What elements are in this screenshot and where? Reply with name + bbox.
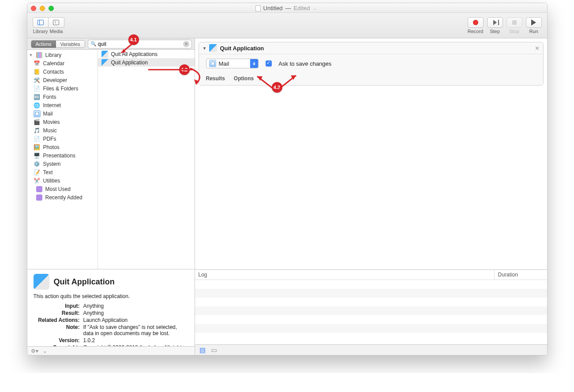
media-icon [53,20,59,25]
library-root[interactable]: ▼ Library [27,51,98,59]
library-tree[interactable]: ▼ Library 📅Calendar 📒Contacts 🛠️Develope… [27,50,98,269]
options-tab[interactable]: Options [234,75,254,82]
search-input[interactable] [88,40,192,49]
presentations-icon: 🖥️ [34,152,41,159]
meta-key: Note: [34,324,80,336]
mail-icon [34,110,41,117]
edited-label: Edited [294,5,310,11]
action-info-panel: Quit Application This action quits the s… [27,269,195,346]
meta-value: Anything [83,310,188,316]
developer-icon: 🛠️ [34,77,41,84]
meta-value: Launch Application [83,317,188,323]
close-window-button[interactable] [31,6,36,11]
step-label: Step [490,29,500,34]
log-rows [195,280,547,344]
workflow-footer: ▤ ▭ [195,344,547,355]
chevron-updown-icon [250,59,258,68]
library-item[interactable]: 📝Text [27,168,98,176]
library-item[interactable]: 🎬Movies [27,118,98,126]
actions-tab[interactable]: Actions [31,41,56,48]
library-item[interactable]: 🛠️Developer [27,76,98,84]
step-icon [493,20,497,25]
run-button[interactable] [526,17,542,28]
internet-icon: 🌐 [34,102,41,109]
library-item[interactable]: 📄PDFs [27,134,98,143]
pdf-icon: 📄 [34,135,41,142]
application-dropdown[interactable]: Mail [206,59,259,68]
disclosure-triangle-icon[interactable]: ▼ [203,46,207,51]
step-button[interactable] [487,17,503,28]
window-controls [31,6,54,11]
remove-step-button[interactable]: ✕ [535,45,540,52]
list-view-icon[interactable]: ▤ [199,346,206,354]
meta-value: If "Ask to save changes" is not selected… [83,324,188,336]
automator-window: Untitled — Edited ⌄ Library Media Record… [27,3,548,355]
action-results-list[interactable]: Quit All Applications Quit Application [98,50,195,269]
info-description: This action quits the selected applicati… [34,293,188,299]
library-button[interactable] [33,17,49,28]
library-item[interactable]: 🎵Music [27,126,98,134]
library-segmented-control[interactable]: Actions Variables [31,40,85,48]
media-button[interactable] [49,17,64,28]
meta-key: Version: [34,337,80,343]
meta-key: Result: [34,310,80,316]
title-dropdown-icon[interactable]: ⌄ [313,6,317,11]
zoom-window-button[interactable] [49,6,54,11]
ask-to-save-checkbox[interactable] [266,60,272,67]
results-tab[interactable]: Results [206,75,225,82]
meta-value: Anything [83,303,188,309]
checkbox-label: Ask to save changes [278,60,331,67]
stop-label: Stop [509,29,519,34]
library-item[interactable]: 📅Calendar [27,59,98,67]
flow-view-icon[interactable]: ▭ [211,346,217,354]
library-item[interactable]: 🌐Internet [27,101,98,109]
library-item[interactable]: ✂️Utilities [27,176,98,185]
mail-icon [209,60,216,67]
library-item[interactable]: ⚙️System [27,160,98,168]
gear-icon[interactable]: ⚙︎▾ [31,348,38,354]
action-result-row[interactable]: Quit Application [98,58,195,67]
document-icon [255,5,261,11]
minimize-window-button[interactable] [40,6,45,11]
library-item[interactable]: 🖥️Presentations [27,151,98,160]
smart-folder-icon [36,186,42,192]
contacts-icon: 📒 [34,68,41,75]
text-icon: 📝 [34,169,41,176]
sidebar-statusbar: ⚙︎▾ ⌄ [27,346,195,355]
library-item[interactable]: 🔤Fonts [27,93,98,101]
library-item[interactable]: 📒Contacts [27,67,98,76]
workflow-area: ▼ Quit Application ✕ Mail Ask to save ch… [195,38,547,355]
smart-folder-recently-added[interactable]: Recently Added [27,193,98,202]
run-icon [531,19,536,26]
library-item[interactable]: 📄Files & Folders [27,84,98,93]
toggle-info-icon[interactable]: ⌄ [43,348,47,354]
clear-search-icon[interactable]: ✕ [183,41,189,47]
font-icon: 🔤 [34,93,41,101]
panel-icon [38,20,44,25]
meta-value: 1.0.2 [83,337,188,343]
disclosure-triangle-icon[interactable]: ▼ [29,53,33,57]
record-icon [473,20,478,25]
run-label: Run [529,29,538,34]
action-result-row[interactable]: Quit All Applications [98,50,195,58]
titlebar: Untitled — Edited ⌄ [27,3,547,13]
log-panel: Log Duration [195,269,547,344]
workflow-step-card[interactable]: ▼ Quit Application ✕ Mail Ask to save ch… [199,42,544,86]
search-icon: 🔍 [90,41,97,47]
record-label: Record [468,29,483,34]
library-sidebar: Actions Variables 🔍 ✕ ▼ Library 📅Cale [27,38,195,355]
photos-icon: 🖼️ [34,144,41,151]
stop-button [506,17,522,28]
variables-tab[interactable]: Variables [56,41,85,48]
meta-key: Input: [34,303,80,309]
library-item[interactable]: Mail [27,109,98,118]
music-icon: 🎵 [34,127,41,134]
system-icon: ⚙️ [34,161,41,168]
library-item[interactable]: 🖼️Photos [27,143,98,151]
log-column-header[interactable]: Log [195,270,494,280]
utilities-icon: ✂️ [34,177,41,184]
record-button[interactable] [468,17,484,28]
finder-icon [101,51,109,58]
duration-column-header[interactable]: Duration [494,270,547,280]
smart-folder-most-used[interactable]: Most Used [27,185,98,193]
